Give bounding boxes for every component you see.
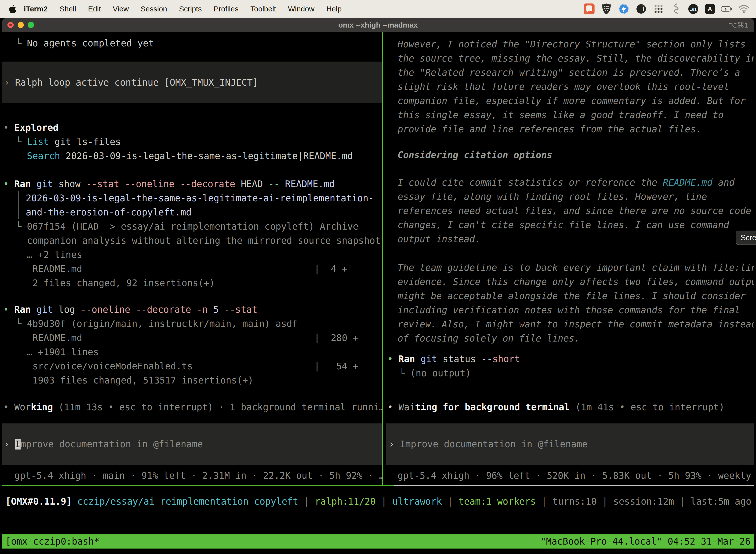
ralph-loop-banner: › Ralph loop active continue [OMX_TMUX_I… — [2, 62, 382, 103]
working-status-line: • Working (11m 13s • esc to interrupt) ·… — [3, 400, 382, 414]
menu-item-shell[interactable]: Shell — [54, 5, 82, 13]
battery-icon[interactable] — [721, 3, 732, 15]
git-show-output: └ 067f154 (HEAD -> essay/ai-reimplementa… — [16, 219, 380, 290]
git-log-output: └ 4b9d30f (origin/main, instructkr/main,… — [16, 317, 359, 387]
crescent-circle-icon[interactable] — [635, 3, 647, 15]
menu-item-help[interactable]: Help — [320, 5, 348, 13]
tmux-session-name[interactable]: [omx-cczip0:bash* — [5, 535, 100, 549]
window-title: omx --xhigh --madmax — [2, 18, 754, 32]
git-status-command: • Ran git status --short — [387, 352, 520, 366]
reasoning-heading: Considering citation options — [397, 148, 552, 162]
dots-grid-icon[interactable] — [653, 3, 664, 15]
menu-item-profiles[interactable]: Profiles — [208, 5, 244, 13]
git-log-command: • Ran git log --oneline --decorate -n 5 … — [3, 302, 257, 317]
title-bar: omx --xhigh --madmax ⌥⌘1 — [2, 18, 754, 32]
explored-entries: └ List git ls-files Search 2026-03-09-is… — [16, 135, 353, 163]
git-show-command: • Ran git show --stat --oneline --decora… — [3, 177, 335, 191]
apple-menu[interactable] — [9, 4, 16, 13]
screen-overlay-tooltip: Scre — [736, 231, 756, 245]
left-pane-bottom-border — [2, 485, 394, 486]
waiting-status-line: • Waiting for background terminal (1m 41… — [387, 400, 724, 414]
git-status-output: └ (no output) — [399, 366, 471, 380]
menu-item-session[interactable]: Session — [135, 5, 173, 13]
right-prompt-input[interactable]: › Improve documentation in @filename — [386, 424, 754, 465]
agents-note: └ No agents completed yet — [16, 36, 154, 50]
window-shortcut-badge: ⌥⌘1 — [729, 18, 749, 32]
svg-text:..61: ..61 — [690, 7, 697, 12]
iterm-window: omx --xhigh --madmax ⌥⌘1 └ No agents com… — [2, 18, 754, 554]
menu-item-edit[interactable]: Edit — [82, 5, 107, 13]
tmux-status-bar: [omx-cczip0:bash* "MacBook-Pro-44.local"… — [2, 535, 754, 549]
menu-item-scripts[interactable]: Scripts — [173, 5, 208, 13]
left-session-stats: gpt-5.4 xhigh · main · 91% left · 2.31M … — [14, 468, 382, 483]
wifi-icon[interactable] — [738, 3, 750, 15]
menu-bar-status-icons: ..61 A — [583, 3, 756, 15]
reasoning-paragraph-1: However, I noticed the "Directory Struct… — [397, 37, 754, 136]
explored-section-title: • Explored — [3, 121, 59, 135]
right-pane-bottom-border — [394, 485, 754, 486]
git-show-filename: 2026-03-09-is-legal-the-same-as-legitima… — [18, 191, 374, 219]
menu-item-toolbelt[interactable]: Toolbelt — [245, 5, 282, 13]
reasoning-paragraph-3: The team guideline is to back every impo… — [397, 261, 754, 345]
menu-item-window[interactable]: Window — [282, 5, 320, 13]
menu-item-iterm2[interactable]: iTerm2 — [16, 5, 54, 13]
omx-status-bar: [OMX#0.11.9] cczip/essay/ai-reimplementa… — [5, 494, 751, 509]
update-badge-icon[interactable] — [618, 3, 630, 15]
squiggle-icon[interactable] — [670, 3, 682, 15]
tmux-host-clock: "MacBook-Pro-44.local" 04:52 31-Mar-26 — [541, 535, 751, 549]
left-agent-pane: └ No agents completed yet › Ralph loop a… — [2, 32, 382, 485]
shield-grid-icon[interactable] — [601, 3, 612, 15]
right-session-stats: gpt-5.4 xhigh · 96% left · 520K in · 5.8… — [397, 468, 754, 483]
badge-61-icon[interactable]: ..61 — [688, 3, 699, 15]
reasoning-paragraph-2: I could cite commit statistics or refere… — [397, 175, 751, 246]
terminal-content: └ No agents completed yet › Ralph loop a… — [2, 32, 754, 554]
left-prompt-input[interactable]: › Improve documentation in @filename — [2, 424, 382, 465]
tooltip-label: Scre — [741, 233, 756, 242]
right-agent-pane: However, I noticed the "Directory Struct… — [383, 32, 754, 485]
menu-items: iTerm2ShellEditViewSessionScriptsProfile… — [16, 5, 348, 13]
chat-icon[interactable] — [583, 3, 595, 15]
a-app-icon[interactable]: A — [705, 4, 715, 14]
menu-bar: iTerm2ShellEditViewSessionScriptsProfile… — [0, 0, 756, 18]
menu-item-view[interactable]: View — [107, 5, 135, 13]
apple-logo-icon — [9, 4, 16, 13]
